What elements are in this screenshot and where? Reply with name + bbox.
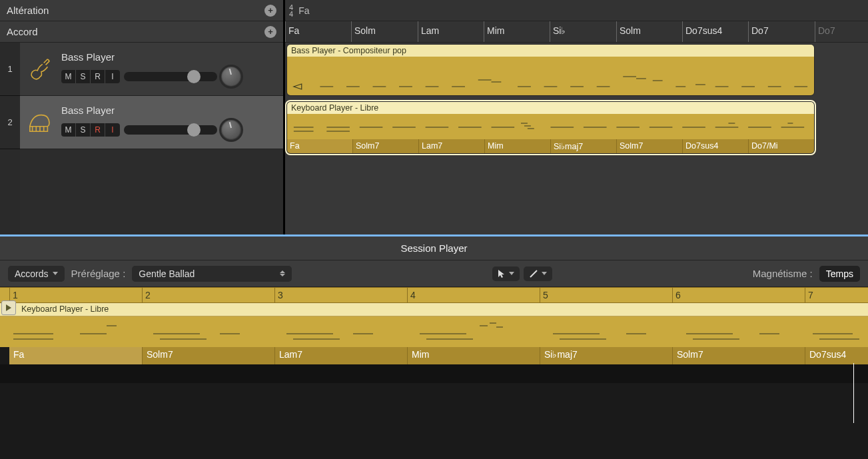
solo-button[interactable]: S xyxy=(76,70,91,83)
ruler-tick: 6 xyxy=(672,288,681,302)
preset-select[interactable]: Gentle Ballad xyxy=(132,266,292,282)
alteration-header: Altération + xyxy=(0,0,283,21)
chord-cell[interactable]: Solm xyxy=(616,21,644,42)
region-chord-label: Do7/Mi xyxy=(748,139,814,153)
pan-knob[interactable] xyxy=(221,67,241,87)
record-button[interactable]: R xyxy=(91,123,105,137)
global-chord-track[interactable]: FaSolmLamMimSi♭SolmDo7sus4Do7Do7 xyxy=(285,21,868,43)
region-chord-label: Lam7 xyxy=(418,139,484,153)
track-number[interactable]: 1 xyxy=(0,43,20,96)
panel-title: Session Player xyxy=(0,236,868,260)
snap-select[interactable]: Temps xyxy=(819,266,860,282)
stepper-icon xyxy=(280,270,285,276)
mute-button[interactable]: M xyxy=(61,123,76,137)
alteration-label: Altération xyxy=(7,5,49,16)
editor-ruler[interactable]: 1234567 xyxy=(0,287,868,303)
input-button[interactable]: I xyxy=(105,70,120,83)
timesig-den: 4 xyxy=(289,11,293,17)
add-alteration-button[interactable]: + xyxy=(264,5,276,17)
msri-buttons: M S R I xyxy=(61,70,120,83)
region-keys[interactable]: Keyboard Player - Libre FaSolm7Lam7MimSi… xyxy=(286,101,815,154)
guitar-icon xyxy=(24,50,56,89)
record-button[interactable]: R xyxy=(91,70,105,83)
callout-line xyxy=(853,363,854,423)
editor-chord-cell[interactable]: Solm7 xyxy=(142,347,274,364)
midi-notes xyxy=(287,114,814,139)
region-chord-label: Solm7 xyxy=(352,139,418,153)
editor-chord-cell[interactable]: Si♭maj7 xyxy=(540,347,672,364)
editor-region-area[interactable]: Keyboard Player - Libre FaSolm7Lam7MimSi… xyxy=(0,303,868,383)
track-number[interactable]: 2 xyxy=(0,96,20,149)
arrangement-area[interactable]: 4 4 Fa FaSolmLamMimSi♭SolmDo7sus4Do7Do7 … xyxy=(285,0,868,234)
chevron-down-icon xyxy=(542,272,547,275)
editor-chord-cell[interactable]: Fa xyxy=(9,347,142,364)
region-title: Keyboard Player - Libre xyxy=(287,102,814,114)
signature-row: 4 4 Fa xyxy=(285,0,868,21)
piano-icon xyxy=(24,103,56,142)
region-chord-label: Mim xyxy=(484,139,550,153)
preset-value: Gentle Ballad xyxy=(139,268,195,279)
time-signature[interactable]: 4 4 xyxy=(289,4,293,17)
volume-slider[interactable] xyxy=(124,125,217,135)
accord-label: Accord xyxy=(7,26,38,37)
editor-chord-cell[interactable]: Lam7 xyxy=(274,347,407,364)
region-chord-label: Solm7 xyxy=(616,139,682,153)
pointer-tool[interactable] xyxy=(492,266,520,281)
msri-buttons: M S R I xyxy=(61,123,120,137)
mute-button[interactable]: M xyxy=(61,70,76,83)
timesig-num: 4 xyxy=(289,4,293,11)
chord-cell[interactable]: Do7sus4 xyxy=(682,21,725,42)
preset-label: Préréglage : xyxy=(71,268,126,279)
chord-cell[interactable]: Lam xyxy=(418,21,442,42)
track-name: Bass Player xyxy=(61,105,276,116)
ruler-tick: 2 xyxy=(142,288,151,302)
editor-chord-cell[interactable]: Do7sus4 xyxy=(805,347,868,364)
midi-notes xyxy=(287,57,814,95)
ruler-tick: 3 xyxy=(274,288,283,302)
key-signature[interactable]: Fa xyxy=(298,5,309,16)
editor-region-title: Keyboard Player - Libre xyxy=(0,303,868,316)
chord-cell[interactable]: Si♭ xyxy=(550,21,568,42)
editor-chord-cell[interactable]: Solm7 xyxy=(672,347,805,364)
midi-notes xyxy=(0,316,868,347)
ruler-tick: 7 xyxy=(805,288,813,302)
snap-label: Magnétisme : xyxy=(753,268,813,279)
region-bass[interactable]: Bass Player - Compositeur pop xyxy=(286,44,815,96)
chord-cell[interactable]: Solm xyxy=(351,21,378,42)
pan-knob[interactable] xyxy=(221,120,241,140)
editor-toolbar: Accords Préréglage : Gentle Ballad Magné… xyxy=(0,260,868,287)
view-mode-label: Accords xyxy=(15,268,49,279)
region-chord-label: Si♭maj7 xyxy=(550,139,616,153)
chord-cell[interactable]: Do7 xyxy=(748,21,771,42)
region-title: Bass Player - Compositeur pop xyxy=(287,45,814,57)
solo-button[interactable]: S xyxy=(76,123,91,137)
pointer-icon xyxy=(498,269,506,278)
track-header[interactable]: Bass Player M S R I xyxy=(20,43,283,96)
track-name: Bass Player xyxy=(61,51,276,63)
editor-chord-strip[interactable]: FaSolm7Lam7MimSi♭maj7Solm7Do7sus4 xyxy=(0,347,868,364)
chevron-down-icon xyxy=(53,272,58,275)
view-mode-select[interactable]: Accords xyxy=(8,266,65,282)
accord-header: Accord + xyxy=(0,21,283,43)
editor-midi-lane[interactable] xyxy=(0,316,868,347)
ruler-tick: 5 xyxy=(540,288,548,302)
region-chord-label: Do7sus4 xyxy=(682,139,748,153)
play-from-button[interactable] xyxy=(1,300,16,315)
ruler-tick: 4 xyxy=(407,288,416,302)
track-header[interactable]: Bass Player M S R I xyxy=(20,96,283,149)
chevron-down-icon xyxy=(509,272,514,275)
pencil-tool[interactable] xyxy=(524,266,552,281)
region-chord-labels: FaSolm7Lam7MimSi♭maj7Solm7Do7sus4Do7/Mi xyxy=(287,139,814,153)
editor-chord-cell[interactable]: Mim xyxy=(407,347,540,364)
snap-value: Temps xyxy=(826,268,853,279)
chord-cell[interactable]: Do7 xyxy=(815,21,838,42)
input-button[interactable]: I xyxy=(105,123,120,137)
add-accord-button[interactable]: + xyxy=(264,26,276,38)
chord-cell[interactable]: Fa xyxy=(285,21,302,42)
chord-cell[interactable]: Mim xyxy=(484,21,507,42)
region-chord-label: Fa xyxy=(287,139,352,153)
track-header-panel: Altération + Accord + 1 2 Bass Player xyxy=(0,0,285,234)
volume-slider[interactable] xyxy=(124,72,217,81)
pencil-icon xyxy=(529,269,538,278)
